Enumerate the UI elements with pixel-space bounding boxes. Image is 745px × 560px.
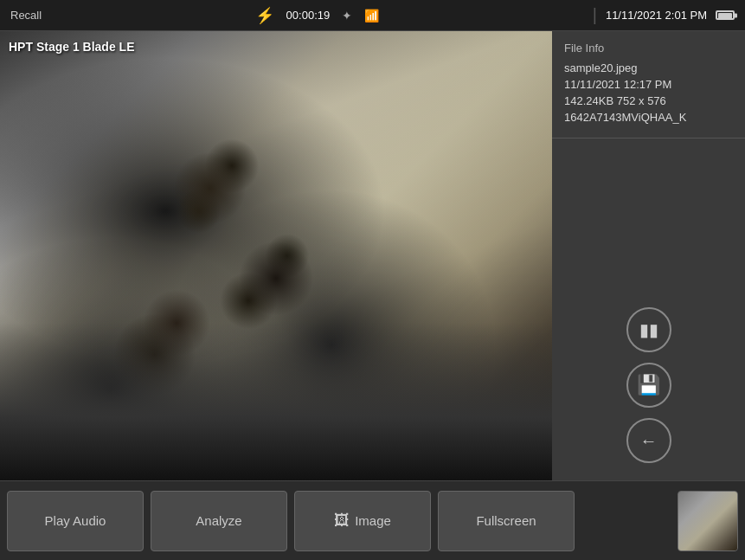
save-button[interactable]: 💾 xyxy=(626,363,671,408)
fullscreen-button[interactable]: Fullscreen xyxy=(438,491,575,551)
main-content: HPT Stage 1 Blade LE File Info sample20.… xyxy=(0,31,745,480)
center-info: ⚡ 00:00:19 ✦ 📶 xyxy=(255,6,380,25)
save-icon: 💾 xyxy=(637,374,660,396)
file-info-title: File Info xyxy=(564,42,733,55)
image-button[interactable]: 🖼 Image xyxy=(294,491,431,551)
pause-button[interactable]: ▮▮ xyxy=(626,307,671,352)
file-info-datetime: 11/11/2021 12:17 PM xyxy=(564,78,733,91)
play-audio-label: Play Audio xyxy=(45,513,106,528)
bluetooth-icon: ✦ xyxy=(342,9,352,23)
play-audio-button[interactable]: Play Audio xyxy=(7,491,144,551)
right-info: | 11/11/2021 2:01 PM xyxy=(593,5,735,25)
video-label: HPT Stage 1 Blade LE xyxy=(9,40,134,54)
battery-icon xyxy=(716,10,735,20)
back-icon: ← xyxy=(640,431,658,451)
activity-icon: ⚡ xyxy=(255,6,274,25)
back-button[interactable]: ← xyxy=(626,418,671,463)
title-bar: Recall ⚡ 00:00:19 ✦ 📶 | 11/11/2021 2:01 … xyxy=(0,0,745,31)
thumbnail-preview xyxy=(678,491,738,551)
analyze-label: Analyze xyxy=(196,513,241,528)
image-label: Image xyxy=(355,513,391,528)
image-icon: 🖼 xyxy=(334,512,350,530)
file-info-filename: sample20.jpeg xyxy=(564,61,733,74)
app-title: Recall xyxy=(10,9,42,22)
right-panel: File Info sample20.jpeg 11/11/2021 12:17… xyxy=(552,31,745,480)
fullscreen-label: Fullscreen xyxy=(476,513,536,528)
wifi-icon: 📶 xyxy=(364,9,379,23)
divider-line: | xyxy=(593,5,597,25)
file-info-panel: File Info sample20.jpeg 11/11/2021 12:17… xyxy=(552,31,745,138)
file-info-hash: 1642A7143MViQHAA_K xyxy=(564,111,733,124)
thumbnail-image xyxy=(678,492,737,550)
bottom-toolbar: Play Audio Analyze 🖼 Image Fullscreen xyxy=(0,480,745,560)
playback-controls: ▮▮ 💾 ← xyxy=(552,138,745,480)
blade-image xyxy=(0,31,552,480)
datetime-display: 11/11/2021 2:01 PM xyxy=(606,9,707,22)
file-info-size: 142.24KB 752 x 576 xyxy=(564,94,733,107)
timer-display: 00:00:19 xyxy=(286,9,331,22)
pause-icon: ▮▮ xyxy=(639,319,658,340)
video-area: HPT Stage 1 Blade LE xyxy=(0,31,552,480)
analyze-button[interactable]: Analyze xyxy=(151,491,287,551)
